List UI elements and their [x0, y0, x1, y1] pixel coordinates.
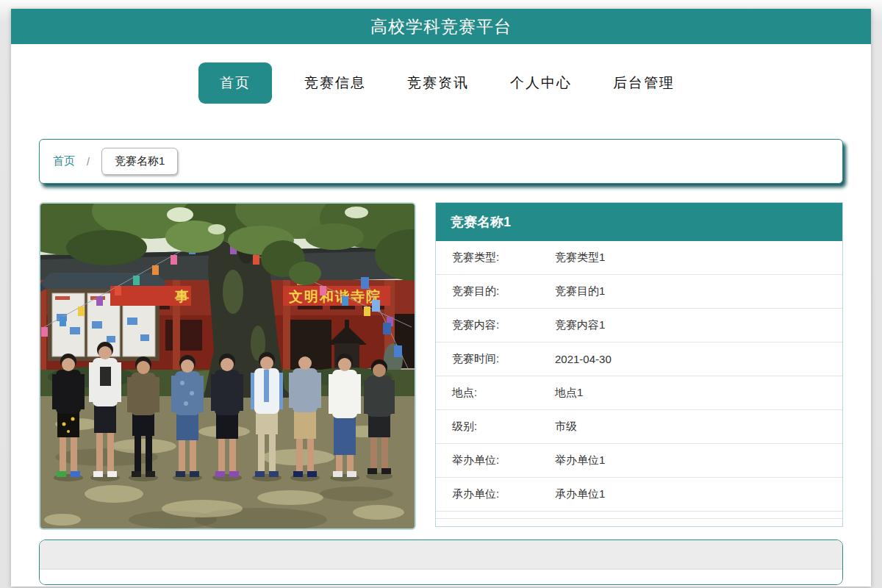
detail-value: 举办单位1	[555, 453, 605, 467]
detail-row-type: 竞赛类型: 竞赛类型1	[436, 241, 842, 275]
detail-row-purpose: 竞赛目的: 竞赛目的1	[436, 275, 842, 309]
detail-row-level: 级别: 市级	[436, 410, 842, 444]
competition-photo-frame: 事 文明和谐寺院	[39, 202, 416, 530]
detail-label: 级别:	[452, 420, 555, 434]
competition-detail-panel: 竞赛名称1 竞赛类型: 竞赛类型1 竞赛目的: 竞赛目的1 竞赛内容: 竞赛内容…	[435, 202, 843, 527]
detail-value: 承办单位1	[555, 487, 605, 501]
detail-row-organizer: 承办单位: 承办单位1	[436, 478, 842, 512]
bottom-section	[39, 539, 843, 585]
breadcrumb: 首页 / 竞赛名称1	[39, 139, 843, 184]
banner-left-text: 事	[175, 289, 189, 304]
nav-item-competition-news[interactable]: 竞赛资讯	[398, 63, 478, 103]
detail-value: 竞赛内容1	[555, 318, 605, 332]
detail-value: 竞赛目的1	[555, 284, 605, 298]
detail-row-location: 地点: 地点1	[436, 376, 842, 410]
competition-photo: 事 文明和谐寺院	[40, 204, 415, 528]
detail-empty-row	[436, 519, 842, 526]
detail-row-host: 举办单位: 举办单位1	[436, 444, 842, 478]
detail-value: 市级	[555, 420, 577, 434]
app-header: 高校学科竞赛平台	[11, 9, 871, 44]
main-nav: 首页 竞赛信息 竞赛资讯 个人中心 后台管理	[11, 44, 871, 123]
detail-value: 地点1	[555, 386, 583, 400]
app-title: 高校学科竞赛平台	[370, 15, 512, 38]
nav-item-home[interactable]: 首页	[198, 62, 272, 104]
competition-detail-title: 竞赛名称1	[436, 203, 842, 241]
bottom-section-header	[40, 540, 842, 570]
detail-value: 2021-04-30	[555, 353, 612, 365]
detail-row-content: 竞赛内容: 竞赛内容1	[436, 309, 842, 343]
detail-empty-row	[436, 512, 842, 519]
nav-item-competition-info[interactable]: 竞赛信息	[295, 63, 375, 103]
breadcrumb-home-link[interactable]: 首页	[53, 154, 75, 168]
detail-label: 举办单位:	[452, 453, 555, 467]
detail-label: 地点:	[452, 386, 555, 400]
breadcrumb-separator: /	[87, 156, 90, 168]
banner-right-text: 文明和谐寺院	[288, 289, 381, 304]
main-content: 事 文明和谐寺院	[39, 202, 843, 530]
breadcrumb-current: 竞赛名称1	[101, 148, 178, 175]
detail-label: 竞赛目的:	[452, 284, 555, 298]
detail-value: 竞赛类型1	[555, 251, 605, 265]
detail-row-time: 竞赛时间: 2021-04-30	[436, 343, 842, 376]
detail-label: 承办单位:	[452, 487, 555, 501]
nav-item-personal-center[interactable]: 个人中心	[501, 63, 581, 103]
detail-label: 竞赛时间:	[452, 352, 555, 366]
detail-label: 竞赛内容:	[452, 318, 555, 332]
bottom-section-body	[40, 570, 842, 584]
nav-item-admin[interactable]: 后台管理	[604, 63, 684, 103]
page-card: 高校学科竞赛平台 首页 竞赛信息 竞赛资讯 个人中心 后台管理 首页 / 竞赛名…	[11, 9, 871, 587]
detail-label: 竞赛类型:	[452, 251, 555, 265]
